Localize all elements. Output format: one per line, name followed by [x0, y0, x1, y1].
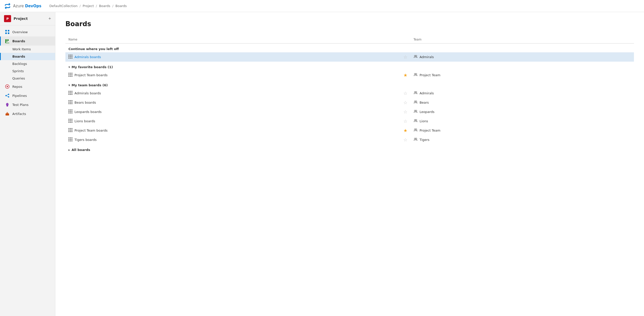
sidebar: P Project + Overview Boards	[0, 12, 55, 316]
svg-rect-55	[71, 100, 72, 101]
sidebar-item-queries[interactable]: Queries	[0, 75, 55, 82]
breadcrumb-item-2[interactable]: Project	[83, 4, 94, 8]
team-cell: Bears	[411, 98, 634, 107]
star-empty-icon[interactable]: ☆	[403, 137, 407, 142]
svg-rect-4	[5, 39, 6, 43]
board-name[interactable]: Admirals boards	[74, 55, 101, 59]
star-filled-icon[interactable]: ★	[403, 72, 407, 78]
project-avatar: P	[4, 15, 11, 22]
board-name-cell: Leopards boards	[68, 109, 397, 114]
table-row[interactable]: Project Team boards★Project Team	[65, 126, 634, 135]
star-empty-icon[interactable]: ☆	[403, 54, 407, 60]
logo[interactable]: Azure DevOps	[4, 3, 41, 10]
breadcrumb-sep-3: /	[112, 4, 113, 8]
svg-point-62	[414, 101, 416, 102]
board-grid-icon	[68, 119, 72, 124]
section-header-favorites[interactable]: ▾My favorite boards (1)	[65, 62, 634, 70]
table-row[interactable]: Admirals boards☆Admirals	[65, 52, 634, 62]
star-cell[interactable]: ☆	[400, 98, 410, 107]
svg-rect-105	[71, 140, 72, 141]
svg-rect-46	[70, 92, 71, 93]
svg-rect-45	[68, 92, 69, 93]
svg-rect-69	[71, 111, 72, 112]
add-project-button[interactable]: +	[48, 16, 51, 21]
sidebar-item-repos[interactable]: Repos	[0, 82, 55, 91]
breadcrumb-sep-1: /	[79, 4, 80, 8]
board-grid-icon	[68, 100, 72, 105]
section-header-all-boards[interactable]: ▸All boards	[65, 144, 634, 153]
sidebar-item-boards[interactable]: Boards	[0, 53, 55, 60]
test-plans-icon	[5, 102, 10, 107]
star-cell[interactable]: ☆	[400, 52, 410, 62]
star-cell[interactable]: ☆	[400, 116, 410, 126]
table-row[interactable]: Lions boards☆Lions	[65, 116, 634, 126]
star-empty-icon[interactable]: ☆	[403, 100, 407, 105]
board-name: Tigers boards	[74, 138, 97, 142]
svg-rect-91	[71, 130, 72, 131]
star-empty-icon[interactable]: ☆	[403, 109, 407, 114]
col-header-team: Team	[411, 36, 634, 44]
team-icon	[414, 91, 418, 96]
table-header-row: Name Team	[65, 36, 634, 44]
sidebar-item-overview[interactable]: Overview	[0, 27, 55, 36]
board-name-cell: Bears boards	[68, 100, 397, 105]
star-cell[interactable]: ☆	[400, 107, 410, 116]
breadcrumb-item-4[interactable]: Boards	[115, 4, 127, 8]
sidebar-item-backlogs[interactable]: Backlogs	[0, 60, 55, 67]
main-content: Boards Name Team Continue where you left…	[55, 12, 644, 316]
team-name: Leopards	[420, 110, 434, 114]
board-grid-icon	[68, 128, 72, 133]
star-empty-icon[interactable]: ☆	[403, 118, 407, 124]
board-name-cell: Project Team boards	[68, 73, 397, 78]
svg-point-74	[416, 110, 417, 111]
sidebar-item-work-items[interactable]: Work Items	[0, 46, 55, 53]
section-label: All boards	[72, 148, 90, 152]
board-name: Lions boards	[74, 119, 95, 123]
svg-point-11	[8, 94, 9, 95]
board-grid-icon	[68, 55, 72, 60]
team-cell: Leopards	[411, 107, 634, 116]
team-cell: Project Team	[411, 70, 634, 80]
svg-point-15	[6, 103, 9, 106]
queries-label: Queries	[12, 76, 25, 80]
svg-rect-7	[5, 43, 9, 43]
svg-rect-34	[68, 74, 69, 75]
section-header-team-boards[interactable]: ▾My team boards (6)	[65, 80, 634, 89]
star-cell[interactable]: ★	[400, 70, 410, 80]
svg-rect-54	[70, 100, 71, 101]
star-empty-icon[interactable]: ☆	[403, 91, 407, 96]
breadcrumb-sep-2: /	[96, 4, 97, 8]
svg-rect-19	[7, 112, 8, 113]
table-row[interactable]: Tigers boards☆Tigers	[65, 135, 634, 144]
svg-point-73	[414, 110, 416, 111]
star-cell[interactable]: ☆	[400, 89, 410, 98]
breadcrumb-item-1[interactable]: DefaultCollection	[49, 4, 77, 8]
star-cell[interactable]: ★	[400, 126, 410, 135]
board-name: Admirals boards	[74, 91, 101, 95]
svg-rect-24	[70, 56, 71, 57]
sidebar-item-overview-label: Overview	[12, 30, 28, 34]
sidebar-item-artifacts[interactable]: Artifacts	[0, 109, 55, 118]
svg-rect-90	[70, 130, 71, 131]
table-row[interactable]: Admirals boards☆Admirals	[65, 89, 634, 98]
star-filled-icon[interactable]: ★	[403, 128, 407, 133]
svg-rect-3	[8, 32, 9, 34]
sprints-label: Sprints	[12, 69, 24, 73]
sidebar-item-test-plans[interactable]: Test Plans	[0, 100, 55, 109]
sidebar-item-sprints[interactable]: Sprints	[0, 67, 55, 75]
sidebar-item-pipelines[interactable]: Pipelines	[0, 91, 55, 100]
sidebar-item-boards-group[interactable]: Boards	[0, 36, 55, 46]
team-cell: Lions	[411, 116, 634, 126]
svg-rect-92	[68, 131, 69, 132]
team-name: Admirals	[420, 55, 434, 59]
azure-devops-icon	[4, 3, 11, 10]
svg-rect-65	[70, 109, 71, 110]
star-cell[interactable]: ☆	[400, 135, 410, 144]
chevron-icon: ▸	[68, 148, 70, 152]
section-label: My favorite boards (1)	[72, 65, 113, 69]
table-row[interactable]: Leopards boards☆Leopards	[65, 107, 634, 116]
table-row[interactable]: Bears boards☆Bears	[65, 98, 634, 107]
table-row[interactable]: Project Team boards★Project Team	[65, 70, 634, 80]
svg-point-30	[416, 55, 417, 56]
breadcrumb-item-3[interactable]: Boards	[99, 4, 110, 8]
